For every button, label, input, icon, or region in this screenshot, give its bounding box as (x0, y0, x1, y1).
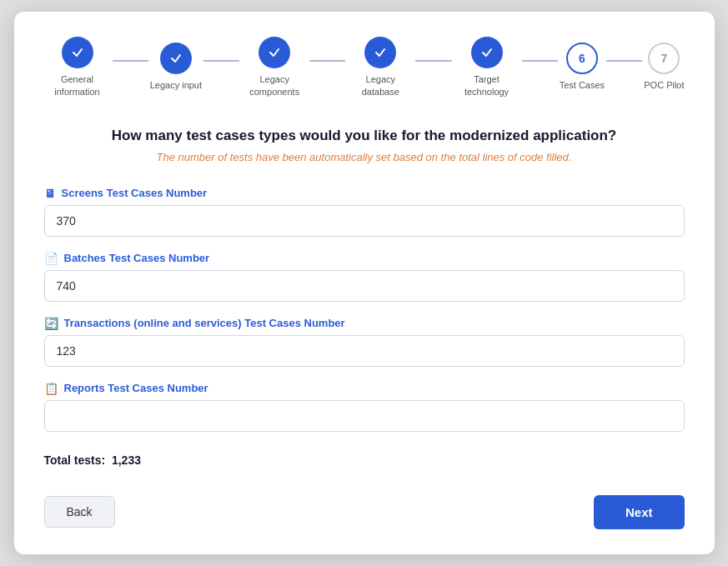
step-circle-legacy-components (259, 37, 290, 68)
step-circle-target-technology (471, 37, 503, 68)
step-item-legacy-input: Legacy input (150, 43, 202, 91)
screens-icon: 🖥 (44, 187, 56, 200)
step-line-3 (414, 59, 453, 75)
step-item-target-technology: Target technology (454, 37, 520, 98)
step-label-legacy-input: Legacy input (150, 79, 202, 91)
screens-input[interactable] (44, 205, 685, 237)
transactions-label-text: Transactions (online and services) Test … (64, 317, 345, 329)
step-circle-test-cases: 6 (566, 43, 598, 74)
field-group-reports: 📋Reports Test Cases Number (44, 382, 685, 432)
next-button[interactable]: Next (594, 495, 685, 529)
step-line-0 (111, 59, 150, 75)
content-area: How many test cases types would you like… (44, 128, 685, 529)
batches-icon: 📄 (44, 252, 58, 265)
field-group-transactions: 🔄Transactions (online and services) Test… (44, 317, 685, 367)
step-circle-poc-pilot: 7 (648, 43, 680, 74)
back-button[interactable]: Back (44, 496, 115, 528)
batches-label-text: Batches Test Cases Number (64, 252, 210, 264)
step-item-legacy-components: Legacy components (241, 37, 308, 98)
step-item-legacy-database: Legacy database (347, 37, 414, 98)
reports-input[interactable] (44, 400, 685, 432)
step-label-legacy-components: Legacy components (241, 73, 308, 98)
step-label-test-cases: Test Cases (560, 79, 605, 91)
field-group-screens: 🖥Screens Test Cases Number (44, 187, 685, 237)
step-line-1 (202, 59, 241, 75)
fields-container: 🖥Screens Test Cases Number📄Batches Test … (44, 187, 685, 447)
main-modal: General informationLegacy inputLegacy co… (14, 12, 715, 554)
field-label-transactions: 🔄Transactions (online and services) Test… (44, 317, 685, 330)
step-label-legacy-database: Legacy database (347, 73, 414, 98)
step-item-test-cases: 6Test Cases (560, 43, 605, 91)
field-label-screens: 🖥Screens Test Cases Number (44, 187, 685, 200)
step-line-2 (308, 59, 347, 75)
field-group-batches: 📄Batches Test Cases Number (44, 252, 685, 302)
step-item-general-information: General information (44, 37, 111, 98)
step-line-5 (605, 59, 644, 75)
reports-icon: 📋 (44, 382, 58, 395)
reports-label-text: Reports Test Cases Number (64, 382, 208, 394)
total-label: Total tests: (44, 453, 106, 467)
field-label-reports: 📋Reports Test Cases Number (44, 382, 685, 395)
field-label-batches: 📄Batches Test Cases Number (44, 252, 685, 265)
transactions-icon: 🔄 (44, 317, 58, 330)
batches-input[interactable] (44, 270, 685, 302)
transactions-input[interactable] (44, 335, 685, 367)
step-circle-legacy-database (364, 37, 396, 68)
footer: Back Next (44, 487, 685, 529)
total-tests: Total tests: 1,233 (44, 453, 685, 467)
step-item-poc-pilot: 7POC Pilot (644, 43, 684, 91)
step-label-poc-pilot: POC Pilot (644, 79, 684, 91)
subtitle-text: The number of tests have been automatica… (44, 151, 685, 163)
step-label-general-information: General information (44, 73, 111, 98)
step-circle-legacy-input (160, 43, 192, 74)
stepper: General informationLegacy inputLegacy co… (44, 37, 685, 98)
step-line-4 (520, 59, 560, 75)
step-circle-general-information (62, 37, 93, 68)
step-label-target-technology: Target technology (454, 73, 520, 98)
total-value: 1,233 (112, 453, 141, 467)
screens-label-text: Screens Test Cases Number (62, 187, 208, 199)
main-question: How many test cases types would you like… (44, 128, 685, 144)
